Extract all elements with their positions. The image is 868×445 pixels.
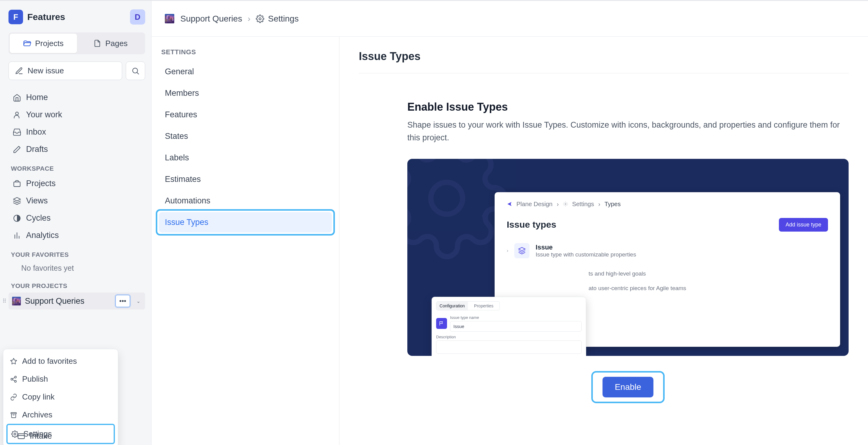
pencil-icon [13,145,21,154]
subnav-issue-types[interactable]: Issue Types [159,212,332,233]
page-title: Issue Types [359,50,848,73]
ws-projects[interactable]: Projects [8,175,145,192]
subnav-title: SETTINGS [159,48,332,56]
file-icon [93,39,101,48]
pv-crumb-ws: Plane Design [517,201,553,208]
pv-line1: ts and high-level goals [589,270,828,277]
svg-point-1 [16,112,18,115]
nav-drafts[interactable]: Drafts [8,141,145,158]
archive-icon [10,411,17,419]
svg-point-10 [259,18,261,20]
toggle-projects-label: Projects [35,39,64,48]
svg-point-8 [14,433,16,435]
pv-heading: Issue types [507,219,556,230]
preview-image: Plane Design › Settings › Types Issue ty… [407,159,848,356]
project-emoji: 🌆 [11,296,21,306]
pv-crumb-settings: Settings [572,201,594,208]
ctx-archives[interactable]: Archives [6,406,115,424]
svg-point-11 [431,182,463,214]
nav-inbox[interactable]: Inbox [8,124,145,140]
link-icon [10,393,17,401]
chevron-right-icon: › [248,14,250,24]
svg-rect-2 [14,182,20,186]
briefcase-icon [13,179,21,188]
projects-pages-toggle: Projects Pages [8,32,145,54]
section-favorites: YOUR FAVORITES [8,244,145,261]
ctx-add-favorites[interactable]: Add to favorites [6,352,115,370]
drag-handle-icon[interactable]: ⠿ [2,300,7,302]
enable-button-highlight: Enable [591,371,664,403]
pv-tab-props: Properties [468,302,499,310]
pv-input-desc [436,340,582,354]
nav-your-work[interactable]: Your work [8,107,145,123]
subnav-states[interactable]: States [159,126,332,146]
bar-chart-icon [13,231,21,240]
pv-crumb-types: Types [604,201,621,208]
subnav-general[interactable]: General [159,62,332,82]
pv-input-name: Issue [450,321,582,332]
user-avatar[interactable]: D [130,9,145,25]
svg-rect-9 [18,434,25,438]
pv-issue-name: Issue [535,243,636,251]
inbox-icon [13,128,21,137]
subnav-labels[interactable]: Labels [159,148,332,168]
intake-label: Intake [30,432,52,441]
breadcrumb: 🌆 Support Queries › Settings [152,1,868,37]
ctx-publish-label: Publish [22,374,48,384]
project-more-button[interactable]: ••• [116,295,130,307]
ws-views[interactable]: Views [8,192,145,209]
toggle-projects[interactable]: Projects [10,34,77,53]
toggle-pages[interactable]: Pages [77,34,144,53]
section-workspace: WORKSPACE [8,158,145,175]
ws-cycles[interactable]: Cycles [8,210,145,227]
svg-rect-7 [11,413,17,414]
new-issue-button[interactable]: New issue [8,62,122,80]
search-button[interactable] [126,62,145,80]
project-support-queries[interactable]: ⠿ 🌆 Support Queries ••• ⌄ [8,293,145,309]
workspace-avatar[interactable]: F [8,10,23,24]
sidebar-item-intake[interactable]: Intake [17,432,52,441]
subnav-members[interactable]: Members [159,83,332,103]
ctx-copy-link[interactable]: Copy link [6,388,115,406]
new-issue-label: New issue [28,66,64,76]
flag-icon [436,318,447,329]
chevron-down-icon[interactable]: ⌄ [134,298,143,304]
subnav-estimates[interactable]: Estimates [159,169,332,189]
pv-issue-sub: Issue type with customizable properties [535,251,636,258]
layers-icon [514,243,529,258]
layers-icon [13,197,21,205]
nav-home-label: Home [26,93,48,102]
project-context-menu: Add to favorites Publish Copy link Archi… [3,349,118,445]
settings-subnav: SETTINGS General Members Features States… [152,37,339,445]
nav-home[interactable]: Home [8,89,145,106]
workspace-name[interactable]: Features [27,12,65,22]
crumb-project[interactable]: Support Queries [180,14,242,24]
user-icon [13,111,21,119]
enable-heading: Enable Issue Types [407,101,848,113]
svg-point-12 [565,203,566,205]
search-icon [131,67,140,75]
section-projects: YOUR PROJECTS [8,275,145,292]
pv-label-desc: Description [436,335,582,339]
ws-cycles-label: Cycles [26,213,51,223]
gear-icon [256,14,264,23]
sidebar: F Features D Projects Pages New issue [0,1,152,445]
enable-button[interactable]: Enable [602,377,653,397]
crumb-settings[interactable]: Settings [268,14,299,24]
edit-icon [15,67,23,75]
ws-views-label: Views [26,196,48,206]
plane-logo-icon [507,201,512,207]
ctx-publish[interactable]: Publish [6,370,115,388]
share-icon [10,376,17,383]
pv-tab-config: Configuration [436,302,468,310]
pv-label-name: Issue type name [450,315,582,320]
ws-analytics-label: Analytics [26,231,59,240]
toggle-pages-label: Pages [105,39,128,48]
ctx-copy-link-label: Copy link [22,392,55,402]
subnav-features[interactable]: Features [159,105,332,125]
subnav-automations[interactable]: Automations [159,191,332,211]
ws-analytics[interactable]: Analytics [8,227,145,244]
pv-line2: ato user-centric pieces for Agile teams [589,285,828,292]
nav-drafts-label: Drafts [26,145,48,154]
folder-open-icon [23,39,32,48]
